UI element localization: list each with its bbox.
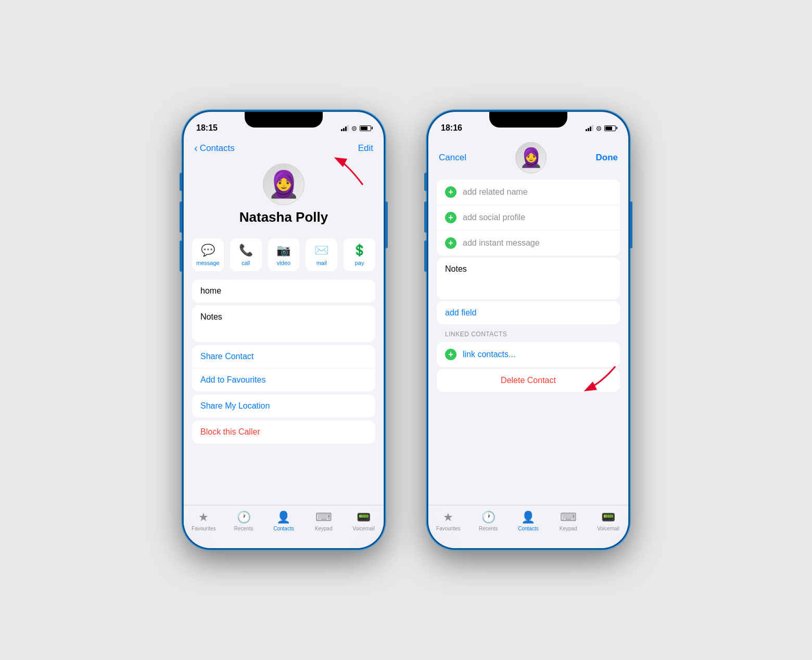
- back-button[interactable]: ‹ Contacts: [194, 142, 235, 154]
- phone-2: 18:16 ⊜ Cancel: [427, 110, 630, 550]
- contact-hero: 🧕 Natasha Polly: [184, 158, 384, 233]
- add-to-favourites-button[interactable]: Add to Favourites: [192, 369, 375, 391]
- phone-1: 18:15 ⊜ ‹ Co: [182, 110, 385, 550]
- back-arrow-icon: ‹: [194, 142, 198, 154]
- linked-contacts-section: + link contacts...: [437, 342, 620, 367]
- tab-voicemail[interactable]: 📟 Voicemail: [348, 511, 379, 531]
- contacts-label-2: Contacts: [518, 526, 538, 531]
- add-related-name-icon: +: [445, 186, 456, 198]
- edit-button[interactable]: Edit: [358, 143, 373, 154]
- tab-keypad[interactable]: ⌨ Keypad: [308, 511, 339, 531]
- add-instant-message-icon: +: [445, 237, 456, 249]
- phone-row: home: [192, 280, 375, 302]
- nav-bar: ‹ Contacts Edit: [184, 138, 384, 158]
- call-button[interactable]: 📞 call: [230, 238, 262, 271]
- pay-button[interactable]: 💲 pay: [344, 238, 375, 271]
- keypad-icon: ⌨: [315, 511, 332, 524]
- message-icon: 💬: [201, 244, 215, 257]
- tab-bar: ★ Favourites 🕐 Recents 👤 Contacts ⌨ Keyp…: [184, 505, 384, 548]
- add-related-name-button[interactable]: + add related name: [437, 180, 620, 205]
- edit-avatar[interactable]: 🧕: [515, 142, 547, 173]
- favourites-label-2: Favourites: [436, 526, 461, 531]
- battery-icon: [360, 125, 371, 131]
- contacts-label: Contacts: [273, 526, 294, 531]
- notes-row: Notes: [192, 306, 375, 342]
- tab-keypad-2[interactable]: ⌨ Keypad: [553, 511, 584, 531]
- message-label: message: [196, 260, 220, 266]
- share-location-button[interactable]: Share My Location: [192, 395, 375, 417]
- phone-type-label: home: [200, 286, 221, 295]
- recents-label: Recents: [234, 526, 253, 531]
- actions-section: Share Contact Add to Favourites: [192, 345, 375, 391]
- status-time-2: 18:16: [441, 123, 462, 133]
- wifi-icon-2: ⊜: [596, 124, 602, 132]
- call-icon: 📞: [239, 244, 253, 257]
- edit-nav: Cancel 🧕 Done: [428, 138, 628, 177]
- favourites-icon-2: ★: [443, 511, 453, 524]
- action-buttons-row: 💬 message 📞 call 📷 video ✉️ mail 💲: [184, 233, 384, 276]
- recents-icon-2: 🕐: [481, 511, 496, 524]
- add-field-button[interactable]: add field: [437, 301, 620, 324]
- tab-voicemail-2[interactable]: 📟 Voicemail: [593, 511, 624, 531]
- cancel-button[interactable]: Cancel: [439, 153, 466, 163]
- add-related-name-label: add related name: [463, 187, 528, 197]
- link-contacts-icon: +: [445, 349, 456, 360]
- back-label: Contacts: [200, 143, 235, 154]
- contacts-icon-2: 👤: [521, 511, 535, 524]
- notes-section: Notes: [192, 306, 375, 342]
- recents-label-2: Recents: [479, 526, 498, 531]
- linked-contacts-header: LINKED CONTACTS: [428, 326, 628, 340]
- notes-field[interactable]: Notes: [437, 258, 620, 299]
- status-icons-2: ⊜: [586, 124, 616, 132]
- tab-contacts[interactable]: 👤 Contacts: [268, 511, 299, 531]
- add-social-profile-label: add social profile: [463, 213, 525, 222]
- notes-field-label: Notes: [445, 264, 467, 273]
- tab-favourites-2[interactable]: ★ Favourites: [433, 511, 464, 531]
- avatar: 🧕: [263, 163, 304, 205]
- add-social-profile-button[interactable]: + add social profile: [437, 205, 620, 231]
- message-button[interactable]: 💬 message: [192, 238, 224, 271]
- delete-contact-button[interactable]: Delete Contact: [437, 369, 620, 392]
- mail-button[interactable]: ✉️ mail: [306, 238, 337, 271]
- tab-recents[interactable]: 🕐 Recents: [228, 511, 259, 531]
- add-instant-message-label: add instant message: [463, 238, 540, 248]
- status-icons: ⊜: [341, 124, 371, 132]
- mail-label: mail: [316, 260, 327, 266]
- block-caller-button[interactable]: Block this Caller: [192, 421, 375, 443]
- notch: [245, 112, 323, 128]
- location-section: Share My Location: [192, 395, 375, 417]
- tab-bar-2: ★ Favourites 🕐 Recents 👤 Contacts ⌨ Keyp…: [428, 505, 628, 548]
- keypad-label-2: Keypad: [560, 526, 577, 531]
- tab-contacts-2[interactable]: 👤 Contacts: [513, 511, 544, 531]
- video-button[interactable]: 📷 video: [268, 238, 300, 271]
- signal-icon: [341, 125, 349, 131]
- favourites-icon: ★: [198, 511, 209, 524]
- link-contacts-label: link contacts...: [463, 350, 515, 359]
- voicemail-icon-2: 📟: [601, 511, 615, 524]
- tab-favourites[interactable]: ★ Favourites: [188, 511, 219, 531]
- done-button[interactable]: Done: [595, 153, 618, 163]
- edit-add-section: + add related name + add social profile …: [437, 180, 620, 256]
- signal-icon-2: [586, 125, 593, 131]
- status-time: 18:15: [196, 123, 218, 133]
- link-contacts-button[interactable]: + link contacts...: [437, 342, 620, 367]
- video-icon: 📷: [276, 244, 290, 257]
- call-label: call: [242, 260, 250, 266]
- favourites-label: Favourites: [192, 526, 216, 531]
- add-instant-message-button[interactable]: + add instant message: [437, 231, 620, 256]
- keypad-icon-2: ⌨: [560, 511, 577, 524]
- pay-icon: 💲: [352, 244, 366, 257]
- battery-icon-2: [604, 125, 616, 131]
- share-contact-button[interactable]: Share Contact: [192, 345, 375, 369]
- tab-recents-2[interactable]: 🕐 Recents: [473, 511, 504, 531]
- voicemail-label-2: Voicemail: [597, 526, 619, 531]
- notes-label: Notes: [200, 312, 222, 321]
- contacts-icon: 👤: [276, 511, 290, 524]
- keypad-label: Keypad: [315, 526, 333, 531]
- contact-name: Natasha Polly: [239, 209, 328, 225]
- voicemail-icon: 📟: [357, 511, 371, 524]
- block-section: Block this Caller: [192, 421, 375, 443]
- wifi-icon: ⊜: [351, 124, 357, 132]
- voicemail-label: Voicemail: [352, 526, 375, 531]
- video-label: video: [277, 260, 290, 266]
